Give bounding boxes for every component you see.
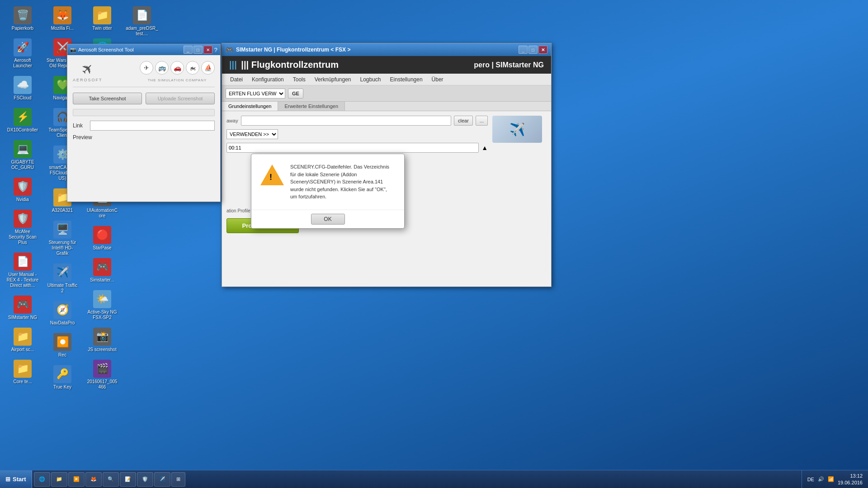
taskbar: ⊞ Start 🌐 📁 ▶️ 🦊 🔍 📝 🛡️ xyxy=(0,470,868,488)
simstarter-icon: 🎮 xyxy=(14,296,32,314)
taskbar-item-google[interactable]: 🔍 xyxy=(103,472,119,487)
taskbar-volume-icon: 🔊 xyxy=(818,476,824,482)
taskbar-item-fsx[interactable]: ✈️ xyxy=(154,472,170,487)
menu-tools[interactable]: Tools xyxy=(288,75,310,84)
activesky-label: Active-Sky NG FSX-SP2 xyxy=(86,310,118,320)
windows-taskbar-icon: ⊞ xyxy=(176,476,180,482)
explorer-icon: 📁 xyxy=(56,476,62,482)
desktop-icon-steuerung[interactable]: 🖥️ Steuerung für Intel® HD-Grafik xyxy=(44,219,80,258)
desktop-icon-activesky[interactable]: 🌤️ Active-Sky NG FSX-SP2 xyxy=(84,288,120,322)
desktop-icon-user-manual[interactable]: 📄 User Manual - REX 4 - Texture Direct w… xyxy=(5,251,41,290)
aerosoft-content: ✈ aerosoft ✈ 🚌 🚗 🏍 ⛵ THE SIMULATION COMP… xyxy=(67,55,220,146)
desktop-icon-mcafee[interactable]: 🛡️ McAfee Security Scan Plus xyxy=(5,208,41,247)
desktop-icon-js-screenshot[interactable]: 📸 JS screenshot xyxy=(84,326,120,354)
ultimate-traffic-label: Ultimate Traffic 2 xyxy=(46,283,79,294)
desktop-icon-adam[interactable]: 📄 adam_preDSR_test.... xyxy=(124,5,160,38)
taskbar-item-firefox[interactable]: 🦊 xyxy=(85,472,102,487)
windows-logo-icon: ⊞ xyxy=(5,476,10,483)
desktop-icon-simstarter[interactable]: 🎮 SIMstarter NG xyxy=(5,294,41,322)
desktop-icon-true-key[interactable]: 🔑 True Key xyxy=(44,363,80,392)
simstarter-minimize-btn[interactable]: _ xyxy=(519,46,528,54)
aerosoft-title-text: Aerosoft Screenshot Tool xyxy=(78,47,134,52)
desktop-icon-starpase[interactable]: 🔴 StarPase xyxy=(84,224,120,253)
tab-erweiterte[interactable]: Erweiterte Einstellungen xyxy=(278,102,345,111)
preview-label: Preview xyxy=(73,134,215,141)
mcafee-icon: 🛡️ xyxy=(14,210,32,228)
taskbar-item-wmp[interactable]: ▶️ xyxy=(68,472,85,487)
take-screenshot-btn[interactable]: Take Screenshot xyxy=(73,93,142,104)
verwenden-select[interactable]: VERWENDEN >> xyxy=(226,129,278,139)
ge-button[interactable]: GE xyxy=(288,89,303,99)
desktop-icon-ultimate-traffic[interactable]: ✈️ Ultimate Traffic 2 xyxy=(44,262,80,296)
desktop-icon-twin-otter[interactable]: 📁 Twin otter xyxy=(84,5,120,33)
runway-dots-btn[interactable]: ... xyxy=(476,116,488,126)
taskbar-item-windows[interactable]: ⊞ xyxy=(171,472,185,487)
desktop-icon-navigatix[interactable]: 🧭 NavDataPro xyxy=(44,299,80,328)
gigabyte-icon: 💻 xyxy=(14,140,32,158)
runway-input[interactable] xyxy=(241,116,451,126)
start-button[interactable]: ⊞ Start xyxy=(0,470,32,488)
taskbar-item-explorer[interactable]: 📁 xyxy=(51,472,67,487)
simstarter-close-btn[interactable]: ✕ xyxy=(538,46,547,54)
taskbar-network-icon: 📶 xyxy=(828,476,834,482)
desktop-icon-aerosoft-launcher[interactable]: 🚀 Aerosoft Launcher xyxy=(5,37,41,70)
taskbar-item-notepad[interactable]: 📝 xyxy=(120,472,136,487)
taskbar-language: DE xyxy=(807,477,814,482)
aerosoft-help-btn[interactable]: ? xyxy=(214,47,217,53)
taskbar-item-kaspersky[interactable]: 🛡️ xyxy=(137,472,153,487)
desktop-icon-rec[interactable]: ⏺️ Rec xyxy=(44,331,80,360)
desktop-icon-papierkorb[interactable]: 🗑️ Papierkorb xyxy=(5,5,41,33)
sim-icons-row: ✈ 🚌 🚗 🏍 ⛵ xyxy=(140,61,215,75)
aerosoft-close-btn[interactable]: ✕ xyxy=(203,46,212,54)
progress-bar-container xyxy=(73,109,215,116)
simstarter-label: SIMstarter NG xyxy=(8,315,37,320)
true-key-icon: 🔑 xyxy=(53,365,71,383)
upload-screenshot-btn[interactable]: Uploade Screenshot xyxy=(146,93,215,104)
desktop-icon-mozilla[interactable]: 🦊 Mozilla Fi... xyxy=(44,5,80,33)
menu-logbuch[interactable]: Logbuch xyxy=(356,75,386,84)
ok-button[interactable]: OK xyxy=(311,214,345,225)
clock-time: 13:12 xyxy=(838,473,863,479)
menu-verknupfungen[interactable]: Verknüpfungen xyxy=(310,75,356,84)
error-message-text: SCENERY.CFG-Dateifehler. Das Verzeichnis… xyxy=(290,163,395,201)
fscloud-icon: ☁️ xyxy=(14,76,32,94)
simstarter-titlebar: 🎮 SIMstarter NG | Flugkontrollzentrum < … xyxy=(222,43,551,56)
time-input[interactable] xyxy=(226,143,479,153)
menu-datei[interactable]: Datei xyxy=(226,75,247,84)
desktop-icon-simstarter2[interactable]: 🎮 Simstarter... xyxy=(84,256,120,285)
desktop-icon-kaspersky[interactable]: 🛡️ Nvidia xyxy=(5,176,41,204)
rec-icon: ⏺️ xyxy=(53,333,71,351)
desktop-icon-gigabyte[interactable]: 💻 GIGABYTE OC_GURU xyxy=(5,138,41,172)
sim-icon-bus: 🚌 xyxy=(155,61,169,75)
aerosoft-maximize-btn[interactable]: □ xyxy=(193,46,203,54)
simstarter-window-title: SIMstarter NG | Flugkontrollzentrum < FS… xyxy=(236,47,350,53)
sim-icon-bike: 🏍 xyxy=(186,61,199,75)
time-row: ▲ xyxy=(226,143,488,153)
tab-grundeinstellungen[interactable]: Grundeinstellungen xyxy=(222,102,278,111)
desktop-icon-core[interactable]: 📁 Core te... xyxy=(5,358,41,386)
airport-icon: 📁 xyxy=(14,328,32,346)
simstarter-maximize-btn[interactable]: □ xyxy=(528,46,538,54)
menu-konfiguration[interactable]: Konfiguration xyxy=(247,75,288,84)
flug-verwenden-select[interactable]: ERTEN FLUG VERW xyxy=(226,89,285,99)
aerosoft-titlebar: 📷 Aerosoft Screenshot Tool _ □ ✕ ? xyxy=(67,44,220,55)
menu-einstellungen[interactable]: Einstellungen xyxy=(386,75,427,84)
desktop-icon-fscloud[interactable]: ☁️ FSCloud xyxy=(5,74,41,103)
desktop-icon-dx10[interactable]: ⚡ DX10Controller xyxy=(5,106,41,135)
mozilla-label: Mozilla Fi... xyxy=(51,26,74,31)
desktop-icon-airport[interactable]: 📁 Airport sc... xyxy=(5,326,41,354)
link-input[interactable] xyxy=(90,121,215,131)
ie-icon: 🌐 xyxy=(39,476,45,482)
aerosoft-minimize-btn[interactable]: _ xyxy=(184,46,193,54)
warning-triangle-wrapper xyxy=(260,164,284,185)
menu-uber[interactable]: Über xyxy=(427,75,448,84)
papierkorb-label: Papierkorb xyxy=(12,26,33,31)
link-row: Link xyxy=(73,121,215,131)
simstarter-tabs: Grundeinstellungen Erweiterte Einstellun… xyxy=(222,102,551,111)
clear-button[interactable]: clear xyxy=(454,116,473,126)
taskbar-item-ie[interactable]: 🌐 xyxy=(34,472,50,487)
warning-triangle-icon xyxy=(260,164,284,185)
simstarter-header-logo: ||| ||| Flugkontrollzentrum xyxy=(229,60,339,70)
time-spinner-up[interactable]: ▲ xyxy=(481,144,488,151)
desktop-icon-20160617[interactable]: 🎬 20160617_005466 xyxy=(84,358,120,392)
